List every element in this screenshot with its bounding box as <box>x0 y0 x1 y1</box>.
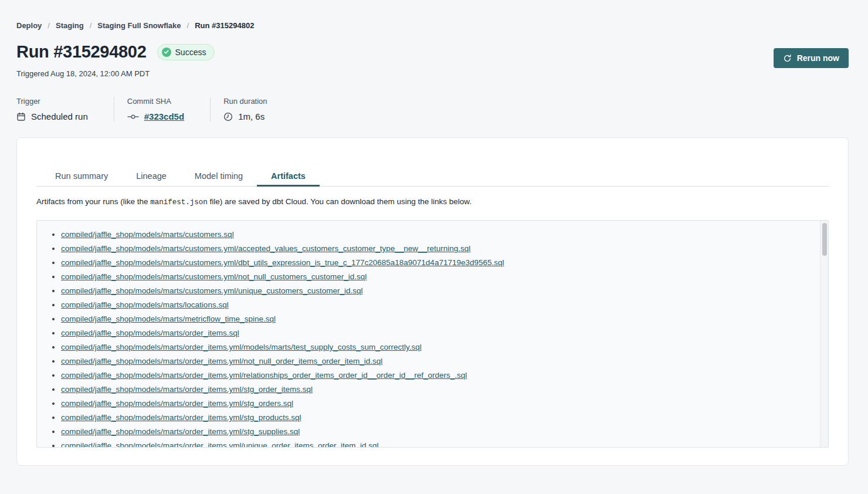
run-detail-card: Run summary Lineage Model timing Artifac… <box>16 137 849 466</box>
list-item: compiled/jaffle_shop/models/marts/order_… <box>61 329 793 343</box>
refresh-icon <box>783 54 792 63</box>
artifact-link[interactable]: compiled/jaffle_shop/models/marts/order_… <box>61 413 301 422</box>
list-item: compiled/jaffle_shop/models/marts/order_… <box>61 357 793 371</box>
breadcrumb-separator: / <box>48 21 50 30</box>
list-item: compiled/jaffle_shop/models/marts/order_… <box>61 427 793 441</box>
list-item: compiled/jaffle_shop/models/marts/order_… <box>61 413 793 427</box>
list-item: compiled/jaffle_shop/models/marts/custom… <box>61 244 793 258</box>
artifact-link[interactable]: compiled/jaffle_shop/models/marts/order_… <box>61 399 293 408</box>
tab-run-summary[interactable]: Run summary <box>41 166 122 187</box>
triggered-timestamp: Triggered Aug 18, 2024, 12:00 AM PDT <box>16 69 849 78</box>
breadcrumb-item-run: Run #315294802 <box>195 21 254 30</box>
artifact-link[interactable]: compiled/jaffle_shop/models/marts/order_… <box>61 329 239 337</box>
list-item: compiled/jaffle_shop/models/marts/custom… <box>61 286 793 300</box>
tab-model-timing[interactable]: Model timing <box>181 166 257 187</box>
tab-bar: Run summary Lineage Model timing Artifac… <box>36 166 829 187</box>
meta-commit: Commit SHA #323cd5d <box>114 97 210 121</box>
list-item: compiled/jaffle_shop/models/marts/order_… <box>61 441 793 448</box>
scrollbar[interactable] <box>820 221 828 447</box>
clock-icon <box>223 112 233 121</box>
check-circle-icon <box>162 48 171 57</box>
git-commit-icon <box>127 113 139 120</box>
status-badge: Success <box>157 44 215 60</box>
artifact-link[interactable]: compiled/jaffle_shop/models/marts/order_… <box>61 371 467 380</box>
rerun-now-button[interactable]: Rerun now <box>774 48 849 68</box>
description-suffix: file) are saved by dbt Cloud. You can do… <box>208 197 472 206</box>
artifact-link[interactable]: compiled/jaffle_shop/models/marts/custom… <box>61 244 470 253</box>
artifact-link[interactable]: compiled/jaffle_shop/models/marts/order_… <box>61 385 313 394</box>
meta-commit-label: Commit SHA <box>127 97 184 106</box>
meta-duration-value: 1m, 6s <box>238 111 265 121</box>
page-title: Run #315294802 <box>16 42 147 62</box>
manifest-json-code: manifest.json <box>150 198 208 207</box>
artifact-link[interactable]: compiled/jaffle_shop/models/marts/custom… <box>61 272 367 281</box>
title-row: Run #315294802 Success <box>16 42 849 62</box>
artifact-link[interactable]: compiled/jaffle_shop/models/marts/custom… <box>61 286 362 295</box>
artifact-link[interactable]: compiled/jaffle_shop/models/marts/order_… <box>61 427 300 436</box>
list-item: compiled/jaffle_shop/models/marts/order_… <box>61 343 793 357</box>
artifact-list-container: compiled/jaffle_shop/models/marts/custom… <box>36 220 829 448</box>
status-badge-label: Success <box>175 48 206 57</box>
breadcrumb-item-deploy[interactable]: Deploy <box>16 21 42 30</box>
list-item: compiled/jaffle_shop/models/marts/custom… <box>61 230 793 244</box>
breadcrumb-item-job[interactable]: Staging Full Snowflake <box>97 21 181 30</box>
breadcrumb-separator: / <box>90 21 92 30</box>
artifact-link[interactable]: compiled/jaffle_shop/models/marts/metric… <box>61 314 276 323</box>
list-item: compiled/jaffle_shop/models/marts/order_… <box>61 371 793 385</box>
list-item: compiled/jaffle_shop/models/marts/locati… <box>61 300 793 314</box>
meta-duration: Run duration 1m, 6s <box>210 97 293 121</box>
tab-artifacts[interactable]: Artifacts <box>257 166 320 187</box>
meta-trigger-value: Scheduled run <box>31 111 88 121</box>
list-item: compiled/jaffle_shop/models/marts/metric… <box>61 314 793 329</box>
breadcrumb-item-staging[interactable]: Staging <box>56 21 84 30</box>
commit-sha-link[interactable]: #323cd5d <box>144 111 184 121</box>
scrollbar-thumb[interactable] <box>822 223 827 256</box>
list-item: compiled/jaffle_shop/models/marts/custom… <box>61 272 793 286</box>
breadcrumb-separator: / <box>187 21 189 30</box>
artifact-links-list: compiled/jaffle_shop/models/marts/custom… <box>37 221 828 448</box>
artifact-link[interactable]: compiled/jaffle_shop/models/marts/locati… <box>61 300 229 309</box>
calendar-icon <box>16 112 26 121</box>
artifact-link[interactable]: compiled/jaffle_shop/models/marts/custom… <box>61 258 504 267</box>
list-item: compiled/jaffle_shop/models/marts/custom… <box>61 258 793 272</box>
artifacts-description: Artifacts from your runs (like the manif… <box>36 197 829 207</box>
meta-trigger: Trigger Scheduled run <box>16 97 114 121</box>
rerun-now-label: Rerun now <box>797 53 839 63</box>
description-prefix: Artifacts from your runs (like the <box>36 197 150 206</box>
meta-trigger-label: Trigger <box>16 97 88 106</box>
artifact-link[interactable]: compiled/jaffle_shop/models/marts/order_… <box>61 441 379 448</box>
artifact-link[interactable]: compiled/jaffle_shop/models/marts/custom… <box>61 230 234 239</box>
run-detail-page: Deploy / Staging / Staging Full Snowflak… <box>0 0 868 494</box>
list-item: compiled/jaffle_shop/models/marts/order_… <box>61 385 793 399</box>
artifact-link[interactable]: compiled/jaffle_shop/models/marts/order_… <box>61 357 382 366</box>
run-meta-row: Trigger Scheduled run Commit SHA #323cd5… <box>16 97 849 121</box>
meta-duration-label: Run duration <box>223 97 267 106</box>
tab-lineage[interactable]: Lineage <box>122 166 181 187</box>
artifact-link[interactable]: compiled/jaffle_shop/models/marts/order_… <box>61 343 422 351</box>
list-item: compiled/jaffle_shop/models/marts/order_… <box>61 399 793 413</box>
breadcrumb: Deploy / Staging / Staging Full Snowflak… <box>16 21 849 30</box>
